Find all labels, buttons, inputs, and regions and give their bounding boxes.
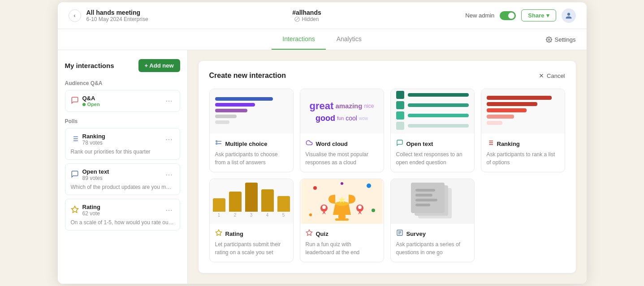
- svg-point-25: [367, 184, 371, 188]
- ranking-name: Ranking: [497, 141, 520, 147]
- create-panel: Create new interaction Cancel: [199, 61, 576, 273]
- meeting-info: All hands meeting 6-10 May 2024 Enterpri…: [86, 9, 148, 22]
- qa-menu-button[interactable]: ⋯: [164, 96, 174, 106]
- meeting-name: All hands meeting: [86, 9, 148, 16]
- back-button[interactable]: ‹: [69, 9, 81, 22]
- card-open-text[interactable]: Open text Collect text responses to an o…: [390, 89, 475, 172]
- hidden-label: Hidden: [302, 16, 319, 22]
- share-button[interactable]: Share ▾: [521, 9, 556, 21]
- open-text-menu-button[interactable]: ⋯: [164, 170, 174, 180]
- ranking-icon: [487, 139, 494, 148]
- body: My interactions + Add new Audience Q&A: [58, 50, 587, 284]
- qa-icon: [71, 96, 79, 106]
- ranking-name: Ranking: [82, 133, 105, 140]
- nav-tabs: Interactions Analytics Settings: [58, 29, 587, 50]
- quiz-icon: [306, 229, 313, 238]
- rating-card-desc: Let participants submit their rating on …: [215, 240, 288, 256]
- quiz-desc: Run a fun quiz with leaderboard at the e…: [306, 240, 378, 256]
- new-admin-label: New admin: [465, 12, 494, 19]
- svg-line-1: [296, 18, 298, 21]
- card-quiz[interactable]: Quiz Run a fun quiz with leaderboard at …: [300, 179, 384, 262]
- ranking-icon: [71, 135, 79, 145]
- svg-point-28: [341, 182, 343, 185]
- rating-preview: 1 2 3: [210, 179, 293, 224]
- sidebar-item-ranking[interactable]: Ranking 78 votes ⋯ Rank our priorities f…: [65, 128, 180, 160]
- cancel-button[interactable]: Cancel: [538, 73, 565, 79]
- hidden-status: Hidden: [294, 16, 319, 22]
- sidebar-item-rating[interactable]: Rating 62 vote ⋯ On a scale of 1-5, how …: [65, 199, 180, 231]
- multiple-choice-preview: [210, 89, 293, 134]
- word-cloud-icon: [306, 139, 313, 148]
- card-word-cloud[interactable]: great amazing nice good fun cool wow: [300, 89, 384, 172]
- rating-card-icon: [215, 229, 222, 238]
- header-right: New admin Share ▾: [465, 9, 575, 23]
- rating-icon: [71, 205, 79, 215]
- sidebar-item-open-text[interactable]: Open text 89 votes ⋯ Which of the produc…: [65, 163, 180, 195]
- admin-toggle[interactable]: [500, 11, 516, 20]
- tab-interactions[interactable]: Interactions: [272, 29, 325, 50]
- rating-meta: 62 vote: [82, 210, 100, 217]
- sidebar: My interactions + Add new Audience Q&A: [58, 50, 188, 284]
- rating-menu-button[interactable]: ⋯: [164, 205, 174, 215]
- close-icon: [538, 73, 545, 79]
- gear-icon: [546, 36, 552, 43]
- word-cloud-name: Word cloud: [316, 141, 348, 147]
- header-center: #allhands Hidden: [148, 9, 466, 22]
- svg-marker-9: [71, 206, 78, 212]
- open-text-icon: [71, 170, 79, 180]
- multiple-choice-name: Multiple choice: [225, 141, 268, 147]
- polls-section: Polls Ranking: [65, 118, 180, 231]
- create-panel-title: Create new interaction: [209, 72, 286, 80]
- quiz-preview: [300, 179, 384, 224]
- card-multiple-choice[interactable]: Multiple choice Ask participants to choo…: [209, 89, 294, 172]
- ranking-preview: [481, 89, 565, 134]
- quiz-illustration: [302, 179, 382, 224]
- interaction-cards-grid: Multiple choice Ask participants to choo…: [209, 89, 565, 262]
- svg-rect-14: [216, 143, 217, 145]
- svg-point-31: [335, 201, 349, 206]
- rating-card-name: Rating: [225, 231, 243, 237]
- ranking-desc: Rank our priorities for this quarter: [71, 149, 174, 155]
- svg-rect-29: [338, 215, 346, 218]
- svg-point-26: [372, 209, 375, 212]
- avatar[interactable]: [562, 9, 576, 23]
- card-ranking[interactable]: Ranking Ask participants to rank a list …: [481, 89, 565, 172]
- svg-point-24: [313, 186, 317, 190]
- meeting-meta: 6-10 May 2024 Enterprise: [86, 16, 148, 22]
- add-new-button[interactable]: + Add new: [138, 59, 180, 72]
- ranking-menu-button[interactable]: ⋯: [164, 134, 174, 145]
- word-cloud-desc: Visualise the most popular responses as …: [306, 150, 378, 166]
- chevron-down-icon: ▾: [546, 12, 549, 19]
- ranking-desc: Ask participants to rank a list of optio…: [487, 150, 559, 166]
- header: ‹ All hands meeting 6-10 May 2024 Enterp…: [58, 2, 587, 29]
- svg-point-27: [309, 213, 312, 216]
- ranking-meta: 78 votes: [82, 140, 105, 146]
- app-window: ‹ All hands meeting 6-10 May 2024 Enterp…: [58, 2, 587, 284]
- multiple-choice-icon: [215, 139, 222, 148]
- svg-point-34: [322, 205, 326, 209]
- sidebar-item-qa[interactable]: Q&A Open ⋯: [65, 90, 180, 112]
- hidden-icon: [294, 17, 300, 22]
- quiz-name: Quiz: [316, 231, 328, 237]
- settings-link[interactable]: Settings: [546, 36, 576, 43]
- audience-qa-label: Audience Q&A: [65, 80, 180, 86]
- card-rating[interactable]: 1 2 3: [209, 179, 294, 262]
- settings-label: Settings: [555, 36, 576, 43]
- open-text-name: Open text: [406, 141, 433, 147]
- svg-marker-22: [216, 230, 221, 235]
- word-cloud-preview: great amazing nice good fun cool wow: [300, 89, 384, 134]
- tabs-container: Interactions Analytics: [272, 29, 372, 50]
- svg-point-36: [358, 205, 362, 209]
- hashtag: #allhands: [292, 9, 321, 16]
- svg-rect-30: [335, 218, 349, 221]
- multiple-choice-desc: Ask participants to choose from a list o…: [215, 150, 288, 166]
- survey-preview: [391, 179, 474, 224]
- survey-desc: Ask participants a series of questions i…: [396, 240, 469, 256]
- card-survey[interactable]: Survey Ask participants a series of ques…: [390, 179, 475, 262]
- tab-analytics[interactable]: Analytics: [326, 29, 372, 50]
- qa-status: Open: [82, 102, 100, 107]
- open-text-desc: Which of the product updates are you mos…: [71, 184, 174, 190]
- open-text-preview: [391, 89, 474, 134]
- rating-name: Rating: [82, 204, 100, 210]
- open-text-desc: Collect text responses to an open ended …: [396, 150, 469, 166]
